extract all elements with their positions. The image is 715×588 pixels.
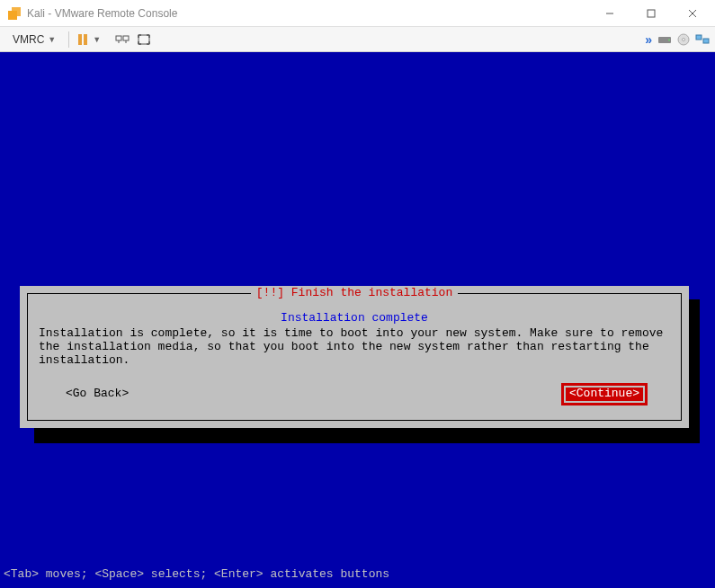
chevron-down-icon: ▼	[48, 35, 56, 44]
network-icon[interactable]: »	[645, 32, 652, 47]
dialog-frame-title: [!!] Finish the installation	[251, 287, 458, 300]
dialog-buttons: <Go Back> <Continue>	[37, 388, 672, 401]
titlebar: Kali - VMware Remote Console	[0, 0, 715, 27]
window-controls	[589, 0, 713, 27]
cd-icon[interactable]	[677, 33, 690, 46]
dialog-heading: Installation complete	[37, 312, 672, 325]
toolbar-right: »	[645, 32, 710, 47]
close-button[interactable]	[672, 0, 713, 27]
dialog-body: Installation is complete, so it is time …	[37, 327, 672, 368]
svg-point-14	[683, 38, 685, 40]
vmrc-label: VMRC	[13, 33, 44, 46]
dialog-frame: [!!] Finish the installation Installatio…	[27, 293, 682, 421]
installer-dialog: [!!] Finish the installation Installatio…	[20, 286, 689, 428]
vm-screen: [!!] Finish the installation Installatio…	[0, 52, 715, 588]
disk-icon[interactable]	[657, 34, 672, 45]
fullscreen-icon	[137, 33, 151, 46]
svg-rect-1	[12, 7, 21, 16]
svg-rect-7	[123, 36, 129, 40]
go-back-button[interactable]: <Go Back>	[66, 388, 129, 401]
toolbar: VMRC ▼ ▼ »	[0, 27, 715, 52]
svg-rect-16	[703, 39, 709, 43]
svg-rect-6	[116, 36, 121, 40]
vmrc-dropdown[interactable]: VMRC ▼	[5, 31, 63, 48]
vmware-icon	[7, 6, 22, 21]
pause-button[interactable]	[75, 32, 91, 47]
svg-point-12	[668, 39, 670, 40]
svg-rect-3	[648, 10, 655, 17]
devices-icon[interactable]	[695, 33, 710, 46]
svg-rect-10	[139, 35, 149, 44]
keyboard-hint: <Tab> moves; <Space> selects; <Enter> ac…	[4, 567, 389, 581]
send-cad-button[interactable]	[112, 31, 133, 48]
screens-icon	[115, 33, 130, 46]
continue-button[interactable]: <Continue>	[566, 388, 643, 401]
fullscreen-button[interactable]	[133, 31, 155, 48]
pause-icon	[78, 34, 87, 45]
separator	[68, 31, 69, 48]
maximize-button[interactable]	[630, 0, 672, 27]
svg-rect-15	[696, 35, 702, 40]
minimize-button[interactable]	[589, 0, 630, 27]
window-title: Kali - VMware Remote Console	[27, 7, 589, 20]
chevron-down-icon[interactable]: ▼	[93, 35, 101, 44]
